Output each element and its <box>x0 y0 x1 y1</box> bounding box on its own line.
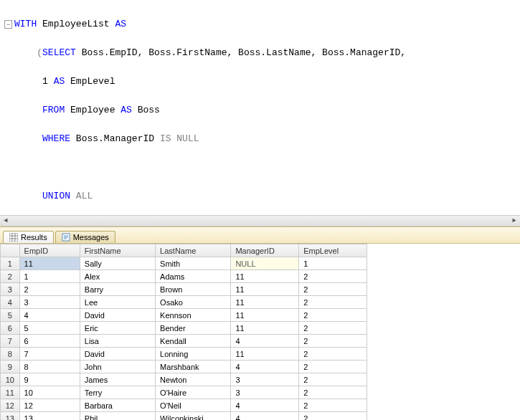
row-number[interactable]: 6 <box>1 322 20 335</box>
table-row[interactable]: 54DavidKennson112 <box>1 309 367 322</box>
cell[interactable]: David <box>80 309 155 322</box>
cell[interactable]: Barbara <box>80 399 155 412</box>
table-row[interactable]: 98JohnMarshbank42 <box>1 361 367 373</box>
cell[interactable]: 11 <box>231 322 299 335</box>
table-row[interactable]: 1313PhilWilconkinski42 <box>1 412 367 421</box>
cell[interactable]: Adams <box>156 270 231 283</box>
cell[interactable]: 5 <box>19 322 80 335</box>
cell[interactable]: 1 <box>19 270 80 283</box>
cell[interactable]: David <box>80 348 155 361</box>
col-header[interactable]: ManagerID <box>231 244 299 257</box>
cell[interactable]: 4 <box>19 309 80 322</box>
table-row[interactable]: 111SallySmithNULL1 <box>1 257 367 270</box>
cell[interactable]: 11 <box>231 283 299 296</box>
cell[interactable]: O'Haire <box>156 386 231 399</box>
table-row[interactable]: 43LeeOsako112 <box>1 296 367 309</box>
cell[interactable]: 2 <box>299 373 367 386</box>
cell[interactable]: Kennson <box>156 309 231 322</box>
cell[interactable]: 2 <box>299 386 367 399</box>
row-number[interactable]: 2 <box>1 270 20 283</box>
cell[interactable]: 12 <box>19 399 80 412</box>
cell[interactable]: 2 <box>19 283 80 296</box>
table-row[interactable]: 32BarryBrown112 <box>1 283 367 296</box>
cell[interactable]: 9 <box>19 373 80 386</box>
corner-cell[interactable] <box>1 244 20 257</box>
cell[interactable]: Marshbank <box>156 361 231 373</box>
cell[interactable]: 2 <box>299 412 367 421</box>
col-header[interactable]: EmpID <box>19 244 80 257</box>
row-number[interactable]: 10 <box>1 373 20 386</box>
tab-messages[interactable]: Messages <box>55 231 115 243</box>
scroll-right-icon[interactable]: ► <box>509 216 520 226</box>
row-number[interactable]: 7 <box>1 335 20 348</box>
cell[interactable]: 4 <box>231 399 299 412</box>
sql-editor[interactable]: −WITH EmployeeList AS (SELECT Boss.EmpID… <box>0 0 520 215</box>
cell[interactable]: 1 <box>299 257 367 270</box>
cell[interactable]: Terry <box>80 386 155 399</box>
row-number[interactable]: 1 <box>1 257 20 270</box>
cell[interactable]: Phil <box>80 412 155 421</box>
cell[interactable]: 2 <box>299 296 367 309</box>
cell[interactable]: Kendall <box>156 335 231 348</box>
cell[interactable]: NULL <box>231 257 299 270</box>
row-number[interactable]: 13 <box>1 412 20 421</box>
scroll-left-icon[interactable]: ◄ <box>0 216 11 226</box>
cell[interactable]: John <box>80 361 155 373</box>
cell[interactable]: O'Neil <box>156 399 231 412</box>
col-header[interactable]: EmpLevel <box>299 244 367 257</box>
row-number[interactable]: 3 <box>1 283 20 296</box>
table-row[interactable]: 109JamesNewton32 <box>1 373 367 386</box>
cell[interactable]: James <box>80 373 155 386</box>
cell[interactable]: 4 <box>231 335 299 348</box>
col-header[interactable]: FirstName <box>80 244 155 257</box>
row-number[interactable]: 4 <box>1 296 20 309</box>
cell[interactable]: 2 <box>299 348 367 361</box>
cell[interactable]: Lisa <box>80 335 155 348</box>
cell[interactable]: Eric <box>80 322 155 335</box>
row-number[interactable]: 11 <box>1 386 20 399</box>
cell[interactable]: 11 <box>19 257 80 270</box>
cell[interactable]: 2 <box>299 322 367 335</box>
row-number[interactable]: 8 <box>1 348 20 361</box>
cell[interactable]: 11 <box>231 296 299 309</box>
cell[interactable]: 13 <box>19 412 80 421</box>
cell[interactable]: 3 <box>19 296 80 309</box>
row-number[interactable]: 12 <box>1 399 20 412</box>
cell[interactable]: 2 <box>299 283 367 296</box>
tab-results[interactable]: Results <box>3 231 54 243</box>
cell[interactable]: 2 <box>299 335 367 348</box>
cell[interactable]: Alex <box>80 270 155 283</box>
table-row[interactable]: 65EricBender112 <box>1 322 367 335</box>
cell[interactable]: 4 <box>231 412 299 421</box>
cell[interactable]: 4 <box>231 361 299 373</box>
cell[interactable]: 11 <box>231 309 299 322</box>
table-row[interactable]: 1212BarbaraO'Neil42 <box>1 399 367 412</box>
col-header[interactable]: LastName <box>156 244 231 257</box>
row-number[interactable]: 9 <box>1 361 20 373</box>
collapse-icon[interactable]: − <box>4 20 12 29</box>
cell[interactable]: Barry <box>80 283 155 296</box>
table-row[interactable]: 76LisaKendall42 <box>1 335 367 348</box>
cell[interactable]: 2 <box>299 270 367 283</box>
cell[interactable]: 8 <box>19 361 80 373</box>
cell[interactable]: Smith <box>156 257 231 270</box>
cell[interactable]: Lonning <box>156 348 231 361</box>
cell[interactable]: Newton <box>156 373 231 386</box>
table-row[interactable]: 87DavidLonning112 <box>1 348 367 361</box>
cell[interactable]: Wilconkinski <box>156 412 231 421</box>
cell[interactable]: Brown <box>156 283 231 296</box>
cell[interactable]: 11 <box>231 348 299 361</box>
results-grid[interactable]: EmpID FirstName LastName ManagerID EmpLe… <box>0 244 520 420</box>
horizontal-scrollbar[interactable]: ◄ ► <box>0 215 520 226</box>
cell[interactable]: Bender <box>156 322 231 335</box>
cell[interactable]: Lee <box>80 296 155 309</box>
cell[interactable]: 2 <box>299 361 367 373</box>
fold-gutter[interactable]: − <box>4 17 14 32</box>
cell[interactable]: 10 <box>19 386 80 399</box>
cell[interactable]: 2 <box>299 309 367 322</box>
table-row[interactable]: 1110TerryO'Haire32 <box>1 386 367 399</box>
cell[interactable]: 3 <box>231 386 299 399</box>
cell[interactable]: Osako <box>156 296 231 309</box>
cell[interactable]: 11 <box>231 270 299 283</box>
row-number[interactable]: 5 <box>1 309 20 322</box>
